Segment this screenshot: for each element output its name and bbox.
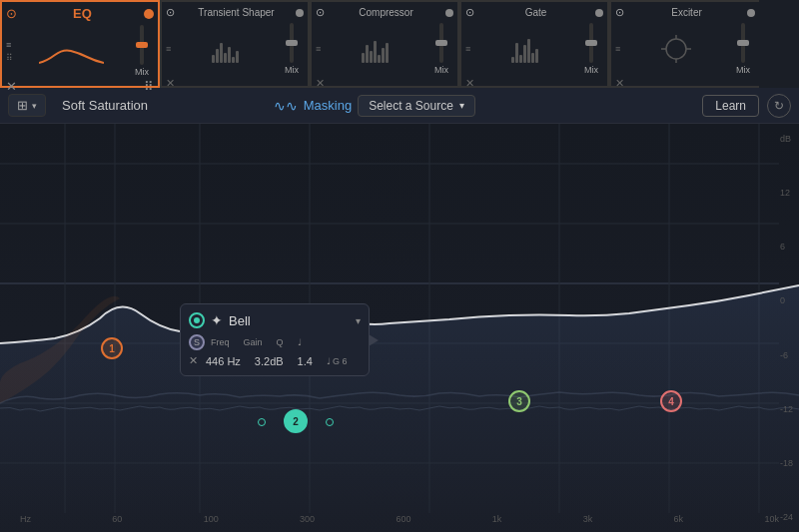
bell-type-icon: ✦ bbox=[211, 312, 223, 328]
plugin-strip: ⊙ EQ ≡ ⠿ Mix ✕ ⠿ bbox=[0, 0, 799, 88]
refresh-button[interactable]: ↻ bbox=[767, 94, 791, 118]
source-select[interactable]: Select a Source ▾ bbox=[358, 95, 475, 117]
masking-area: ∿∿ Masking Select a Source ▾ bbox=[274, 95, 475, 117]
transient-active-indicator: ⊙ bbox=[166, 6, 175, 19]
masking-label: Masking bbox=[304, 98, 352, 113]
db-label-minus6: -6 bbox=[780, 350, 793, 360]
gate-title: Gate bbox=[476, 7, 595, 18]
transient-icons: ≡ bbox=[166, 44, 171, 54]
bell-popup-values-row: ✕ 446 Hz 3.2dB 1.4 ♩ G 6 bbox=[189, 354, 361, 367]
eq-dots-icon[interactable]: ⠿ bbox=[144, 79, 154, 94]
eq-waveform bbox=[13, 35, 130, 67]
freq-6k: 6k bbox=[674, 514, 684, 524]
freq-value[interactable]: 446 Hz bbox=[206, 355, 241, 367]
bell-solo-button[interactable]: S bbox=[189, 334, 205, 350]
transient-title: Transient Shaper bbox=[177, 7, 296, 18]
bell-enable-button[interactable] bbox=[189, 312, 205, 328]
eq-fader[interactable]: Mix bbox=[130, 25, 154, 77]
band-node-1[interactable]: 1 bbox=[101, 337, 123, 359]
db-label-minus12: -12 bbox=[780, 404, 793, 414]
compressor-close-icon[interactable]: ✕ bbox=[316, 77, 325, 90]
bell-type-label: Bell bbox=[229, 313, 251, 328]
note-icon: ♩ bbox=[327, 356, 331, 366]
transient-fader[interactable]: Mix bbox=[280, 23, 304, 75]
freq-100: 100 bbox=[204, 514, 219, 524]
bell-popup-params-row: S Freq Gain Q ♩ bbox=[189, 334, 361, 350]
gate-dot bbox=[595, 9, 603, 17]
plugin-slot-exciter[interactable]: ⊙ Exciter ≡ Mix bbox=[609, 0, 759, 88]
compressor-title: Compressor bbox=[327, 7, 445, 18]
exciter-fader[interactable]: Mix bbox=[731, 23, 755, 75]
gain-param-label: Gain bbox=[244, 337, 263, 347]
freq-10k: 10k bbox=[764, 514, 779, 524]
gain-value[interactable]: 3.2dB bbox=[255, 355, 284, 367]
bell-dropdown-arrow[interactable]: ▾ bbox=[356, 315, 361, 326]
freq-300: 300 bbox=[300, 514, 315, 524]
gate-active-indicator: ⊙ bbox=[465, 6, 474, 19]
plugin-slot-transient[interactable]: ⊙ Transient Shaper ≡ Mix bbox=[160, 0, 310, 88]
gate-mix-label: Mix bbox=[584, 65, 598, 75]
exciter-active-indicator: ⊙ bbox=[615, 6, 624, 19]
bell-close-button[interactable]: ✕ bbox=[189, 354, 198, 367]
freq-60: 60 bbox=[112, 514, 122, 524]
section-icon: ⊞ bbox=[17, 98, 28, 113]
band-3-label: 3 bbox=[516, 396, 522, 407]
q-param-label: Q bbox=[277, 337, 284, 347]
transient-close-icon[interactable]: ✕ bbox=[166, 77, 175, 90]
source-select-label: Select a Source bbox=[369, 99, 453, 113]
eq-icons: ≡ ⠿ bbox=[6, 40, 13, 63]
freq-1k: 1k bbox=[492, 514, 502, 524]
compressor-mix-label: Mix bbox=[434, 65, 448, 75]
exciter-title: Exciter bbox=[626, 7, 747, 18]
band-4-label: 4 bbox=[668, 396, 674, 407]
eq-mix-label: Mix bbox=[135, 67, 149, 77]
exciter-dot bbox=[747, 9, 755, 17]
exciter-waveform bbox=[620, 35, 731, 63]
db-label-minus24: -24 bbox=[780, 512, 793, 522]
transient-dot bbox=[296, 9, 304, 17]
eq-display[interactable]: dB 12 6 0 -6 -12 -18 -24 Hz 60 100 300 6… bbox=[0, 124, 799, 532]
band-node-2[interactable]: 2 bbox=[284, 409, 308, 433]
compressor-waveform bbox=[358, 35, 393, 63]
eq-active-indicator: ⊙ bbox=[6, 6, 17, 21]
freq-3k: 3k bbox=[583, 514, 593, 524]
gate-close-icon[interactable]: ✕ bbox=[465, 77, 474, 90]
q-value[interactable]: 1.4 bbox=[298, 355, 313, 367]
source-dropdown-arrow: ▾ bbox=[459, 100, 464, 111]
gate-waveform bbox=[507, 35, 542, 63]
gate-fader[interactable]: Mix bbox=[579, 23, 603, 75]
masking-icon: ∿∿ bbox=[274, 98, 298, 114]
plugin-slot-compressor[interactable]: ⊙ Compressor ≡ Mix bbox=[310, 0, 459, 88]
soft-saturation-label: Soft Saturation bbox=[54, 98, 156, 113]
note-param-icon: ♩ bbox=[298, 337, 302, 347]
exciter-close-icon[interactable]: ✕ bbox=[615, 77, 624, 90]
plugin-slot-gate[interactable]: ⊙ Gate ≡ Mix bbox=[459, 0, 609, 88]
eq-curve-svg bbox=[0, 124, 799, 532]
compressor-icons: ≡ bbox=[316, 44, 321, 54]
section-chevron: ▾ bbox=[32, 101, 37, 111]
svg-point-0 bbox=[666, 39, 686, 59]
eq-close-icon[interactable]: ✕ bbox=[6, 79, 17, 94]
plugin-slot-eq[interactable]: ⊙ EQ ≡ ⠿ Mix ✕ ⠿ bbox=[0, 0, 160, 88]
compressor-fader[interactable]: Mix bbox=[429, 23, 453, 75]
section-button[interactable]: ⊞ ▾ bbox=[8, 94, 46, 117]
db-label-12: 12 bbox=[780, 188, 793, 198]
compressor-dot bbox=[445, 9, 453, 17]
freq-labels: Hz 60 100 300 600 1k 3k 6k 10k bbox=[20, 514, 779, 524]
note-value: ♩ G 6 bbox=[327, 355, 348, 367]
band-2-right-anchor bbox=[326, 418, 334, 426]
freq-hz: Hz bbox=[20, 514, 31, 524]
band-node-3[interactable]: 3 bbox=[508, 390, 530, 412]
db-label-0: 0 bbox=[780, 295, 793, 305]
freq-600: 600 bbox=[396, 514, 410, 524]
transient-waveform bbox=[208, 35, 243, 63]
compressor-active-indicator: ⊙ bbox=[316, 6, 325, 19]
band-node-4[interactable]: 4 bbox=[660, 390, 682, 412]
transient-mix-label: Mix bbox=[285, 65, 299, 75]
learn-button[interactable]: Learn bbox=[702, 95, 759, 117]
db-label-minus18: -18 bbox=[780, 458, 793, 468]
eq-title: EQ bbox=[21, 6, 144, 21]
bell-popup-header: ✦ Bell ▾ bbox=[189, 312, 361, 328]
gate-icons: ≡ bbox=[465, 44, 470, 54]
note-text: G 6 bbox=[333, 356, 348, 366]
